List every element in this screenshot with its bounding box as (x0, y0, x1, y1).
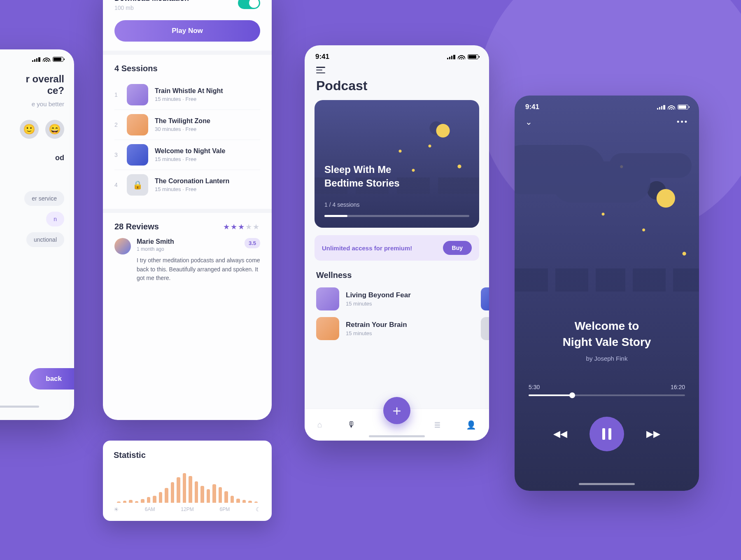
signal-icon (447, 54, 455, 59)
forward-button[interactable]: ▶▶ (646, 429, 660, 439)
session-meta: 15 minutes · Free (155, 156, 225, 162)
wellness-row[interactable]: Retrain Your Brain15 minutes (305, 314, 489, 343)
emoji-smile-icon[interactable]: 🙂 (20, 120, 39, 139)
tab-list-icon[interactable]: ≣ (434, 420, 441, 430)
menu-icon[interactable] (316, 67, 325, 73)
submit-feedback-button[interactable]: back (29, 368, 74, 390)
axis-label: 12PM (181, 506, 193, 512)
podcast-screen: 9:41 Podcast Sleep With MeBedtime Storie… (305, 45, 489, 441)
battery-icon (468, 54, 478, 59)
emoji-laugh-icon[interactable]: 😄 (45, 120, 64, 139)
session-thumb-icon (127, 144, 148, 166)
playback-progress[interactable]: 5:30 16:20 (529, 384, 685, 396)
session-title: Welcome to Night Vale (155, 147, 225, 155)
hero-meta: 1 / 4 sessions (324, 201, 360, 208)
status-bar: 9:41 (515, 96, 699, 114)
wellness-thumb-icon (316, 317, 339, 340)
download-size: 100 mb (114, 5, 189, 11)
session-row[interactable]: 2 The Twilight Zone30 minutes · Free (114, 110, 260, 140)
play-now-button[interactable]: Play Now (114, 20, 260, 42)
session-title: The Twilight Zone (155, 117, 210, 125)
tab-mic-icon[interactable]: 🎙 (347, 420, 356, 429)
hero-title: Sleep With MeBedtime Stories (324, 163, 400, 190)
wellness-thumb-icon (316, 287, 339, 310)
session-row[interactable]: 4 🔒 The Coronation Lantern15 minutes · F… (114, 170, 260, 200)
wifi-icon (458, 54, 465, 59)
home-indicator (0, 406, 39, 408)
signal-icon (657, 105, 665, 110)
track-author: by Joseph Fink (515, 355, 699, 362)
session-meta: 15 minutes · Free (155, 96, 223, 102)
status-time: 9:41 (525, 103, 539, 111)
skyline-decor-icon (515, 268, 699, 292)
home-indicator (579, 483, 635, 485)
axis-label: 6PM (219, 506, 230, 512)
wellness-title: Retrain Your Brain (346, 321, 407, 329)
download-title: Download Meditation (114, 0, 189, 3)
rating-emojis: 🙂 😄 (0, 120, 64, 139)
statistic-card: Statistic ☀ 6AM 12PM 6PM ☾ (103, 441, 272, 521)
promo-text: Unlimited access for premium! (322, 245, 412, 252)
review-item: Marie Smith 1 month ago 3.5 I try other … (114, 238, 260, 283)
statistic-chart (114, 467, 261, 503)
download-toggle[interactable] (238, 0, 260, 9)
statistic-heading: Statistic (114, 450, 261, 460)
wellness-meta: 15 minutes (346, 301, 411, 307)
feedback-chip[interactable]: er service (24, 191, 64, 206)
axis-label: 6AM (145, 506, 155, 512)
session-thumb-icon (127, 114, 148, 135)
review-score-badge: 3.5 (245, 238, 260, 248)
pause-button[interactable] (590, 417, 624, 451)
collapse-icon[interactable]: ⌄ (525, 117, 532, 127)
premium-promo: Unlimited access for premium! Buy (315, 235, 479, 261)
reviewer-name: Marie Smith (137, 238, 174, 245)
battery-icon (678, 105, 688, 110)
player-screen: 9:41 ⌄ ••• Welcome toNight Vale Story by… (515, 96, 699, 491)
feedback-subtext: e you better (0, 100, 64, 107)
rewind-button[interactable]: ◀◀ (553, 429, 567, 439)
wifi-icon (668, 105, 675, 110)
session-index: 1 (114, 91, 120, 98)
review-time: 1 month ago (137, 246, 174, 252)
session-row[interactable]: 3 Welcome to Night Vale15 minutes · Free (114, 140, 260, 170)
progress-bar[interactable] (529, 394, 685, 396)
wellness-row[interactable]: Living Beyond Fear15 minutes (305, 284, 489, 314)
signal-icon (32, 57, 40, 62)
track-title: Welcome toNight Vale Story (515, 318, 699, 350)
buy-button[interactable]: Buy (443, 241, 472, 255)
hero-progress (324, 215, 469, 217)
add-fab-button[interactable]: ＋ (383, 397, 410, 424)
session-meta: 30 minutes · Free (155, 126, 210, 132)
sessions-heading: 4 Sessions (114, 64, 260, 73)
cloud-decor-icon (515, 145, 605, 194)
feedback-chip[interactable]: unctional (26, 232, 64, 247)
status-bar: 9:41 (305, 45, 489, 64)
session-thumb-icon (127, 84, 148, 105)
star-rating: ★★★★★ (223, 222, 260, 231)
wellness-meta: 15 minutes (346, 330, 407, 336)
wifi-icon (43, 57, 50, 62)
tab-home-icon[interactable]: ⌂ (317, 420, 322, 429)
session-title: The Coronation Lantern (155, 177, 229, 185)
tab-profile-icon[interactable]: 👤 (466, 420, 476, 430)
wellness-heading: Wellness (305, 261, 489, 284)
session-index: 4 (114, 182, 120, 188)
session-row[interactable]: 1 Train Whistle At Night15 minutes · Fre… (114, 80, 260, 110)
feedback-section-label: od (0, 154, 64, 162)
sessions-screen: Download Meditation 100 mb Play Now 4 Se… (103, 0, 272, 420)
featured-podcast-card[interactable]: Sleep With MeBedtime Stories 1 / 4 sessi… (315, 100, 479, 228)
reviews-heading: 28 Reviews (114, 222, 159, 231)
feedback-chip[interactable]: n (46, 212, 64, 226)
battery-icon (53, 57, 63, 62)
more-icon[interactable]: ••• (677, 118, 688, 126)
session-index: 2 (114, 121, 120, 128)
sun-icon: ☀ (114, 506, 119, 513)
statistic-axis: ☀ 6AM 12PM 6PM ☾ (114, 506, 261, 513)
peek-thumb-icon (481, 317, 489, 340)
time-elapsed: 5:30 (529, 384, 540, 390)
avatar (114, 238, 131, 254)
session-title: Train Whistle At Night (155, 87, 223, 95)
session-meta: 15 minutes · Free (155, 186, 229, 192)
lock-icon: 🔒 (127, 174, 148, 196)
moon-icon: ☾ (256, 506, 261, 513)
